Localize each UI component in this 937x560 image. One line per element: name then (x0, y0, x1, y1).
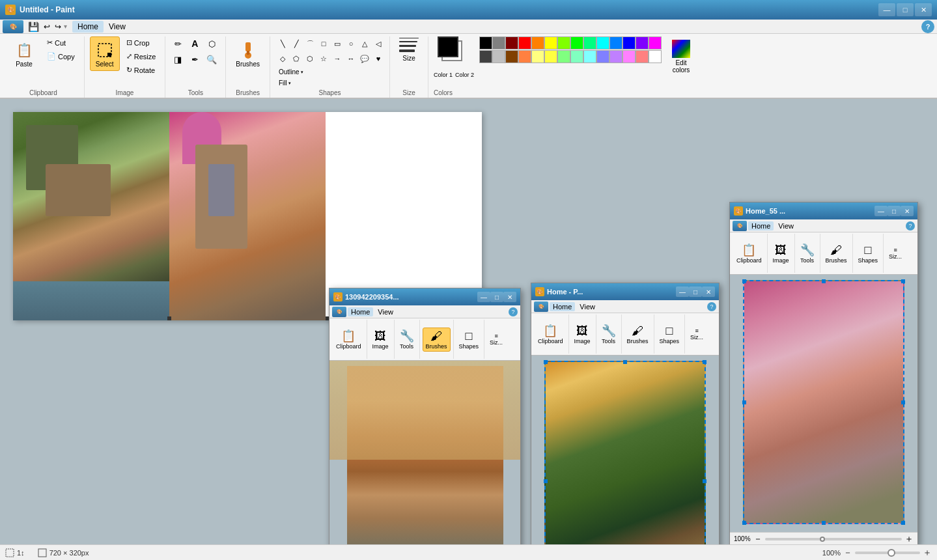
sel-handle-ml[interactable] (544, 479, 548, 483)
zoom-out-btn[interactable]: － (843, 547, 852, 559)
palette-color-6[interactable] (557, 36, 570, 49)
shape-callout[interactable]: 💬 (357, 51, 372, 66)
s3-handle-tr[interactable] (901, 279, 905, 283)
subwin3-paste-btn[interactable]: 📋 Clipboard (734, 242, 764, 265)
sel-handle-tr[interactable] (703, 360, 706, 364)
subwin2-image-btn[interactable]: 🖼 Image (572, 323, 593, 346)
subwin2-help[interactable]: ? (707, 302, 716, 311)
rotate-button[interactable]: ↻ Rotate (122, 64, 160, 76)
sel-handle-tm[interactable] (623, 360, 627, 364)
edit-colors-button[interactable]: Editcolors (666, 36, 696, 77)
s3-handle-bl[interactable] (742, 521, 746, 525)
subwin3-zoom-out[interactable]: － (753, 533, 762, 545)
shape-hex[interactable]: ⬡ (303, 51, 317, 66)
paint-menu-button[interactable]: 🎨 (3, 20, 23, 33)
palette-color-11[interactable] (622, 36, 636, 49)
color-pick-tool[interactable]: ✒ (188, 52, 202, 66)
sel-handle-tl[interactable] (544, 360, 548, 364)
subwin1-view-menu[interactable]: View (374, 307, 397, 316)
subwin1-shapes-btn[interactable]: □ Shapes (456, 328, 482, 351)
shape-line[interactable]: ╲ (275, 36, 290, 51)
quick-redo-icon[interactable]: ↪ (53, 21, 63, 32)
outline-button[interactable]: Outline ▾ (275, 67, 307, 77)
close-button[interactable]: ✕ (915, 3, 932, 16)
select-button[interactable]: Select (90, 36, 120, 71)
zoom-slider[interactable] (855, 552, 920, 554)
minimize-button[interactable]: — (878, 3, 895, 16)
palette-color-21[interactable] (570, 50, 583, 63)
zoom-in-btn[interactable]: ＋ (923, 547, 932, 559)
resize-button[interactable]: ⤢ Resize (122, 50, 160, 63)
subwin3-brushes-btn[interactable]: 🖌 Brushes (823, 242, 850, 265)
palette-color-7[interactable] (570, 36, 583, 49)
shape-rect[interactable]: □ (316, 36, 331, 51)
subwin3-view-menu[interactable]: View (775, 221, 797, 231)
subwin2-brushes-btn[interactable]: 🖌 Brushes (624, 323, 651, 346)
palette-color-22[interactable] (583, 50, 596, 63)
s3-handle-tl[interactable] (742, 279, 746, 283)
palette-color-18[interactable] (531, 50, 544, 63)
subwin1-home-menu[interactable]: Home (348, 307, 373, 316)
shape-heart[interactable]: ♥ (371, 51, 385, 66)
palette-color-20[interactable] (557, 50, 570, 63)
subwin3-close[interactable]: ✕ (901, 206, 914, 216)
text-tool[interactable]: A (188, 36, 202, 51)
subwin1-brushes-btn[interactable]: 🖌 Brushes (423, 328, 451, 352)
shape-triangle[interactable]: △ (357, 36, 372, 51)
subwin1-maximize[interactable]: □ (490, 292, 503, 302)
subwin1-image-btn[interactable]: 🖼 Image (370, 328, 391, 351)
fill-tool[interactable]: ⬡ (204, 36, 219, 51)
shape-arrow[interactable]: → (330, 51, 344, 66)
copy-button[interactable]: 📄 Copy (43, 50, 79, 63)
subwin2-view-menu[interactable]: View (576, 302, 598, 311)
subwin3-home-menu[interactable]: Home (748, 221, 774, 231)
subwin3-tools-btn[interactable]: 🔧 Tools (798, 242, 817, 265)
palette-color-23[interactable] (596, 50, 609, 63)
palette-color-14[interactable] (479, 50, 492, 63)
shape-arrow2[interactable]: ↔ (344, 51, 358, 66)
palette-color-25[interactable] (622, 50, 636, 63)
subwin1-size-btn[interactable]: ≡ Siz... (487, 331, 505, 347)
zoom-tool[interactable]: 🔍 (204, 52, 219, 66)
palette-color-1[interactable] (492, 36, 505, 49)
subwin3-zoom-track[interactable] (765, 538, 902, 540)
subwin2-tools-btn[interactable]: 🔧 Tools (599, 322, 619, 346)
brushes-button[interactable]: Brushes (231, 36, 264, 71)
help-button[interactable]: ? (921, 20, 934, 33)
cut-button[interactable]: ✂ Cut (43, 36, 79, 49)
palette-color-3[interactable] (518, 36, 531, 49)
shape-diamond[interactable]: ◇ (275, 51, 290, 66)
menu-home[interactable]: Home (72, 21, 104, 33)
subwin2-home-menu[interactable]: Home (550, 302, 575, 311)
paste-button[interactable]: 📋 Paste (8, 36, 40, 71)
palette-color-0[interactable] (479, 36, 492, 49)
zoom-thumb[interactable] (888, 549, 895, 557)
crop-button[interactable]: ⊡ Crop (122, 36, 160, 49)
subwin3-paint-btn[interactable]: 🎨 (733, 221, 747, 231)
subwin3-maximize[interactable]: □ (888, 206, 901, 216)
subwin1-close[interactable]: ✕ (503, 292, 516, 302)
s3-handle-mr[interactable] (901, 400, 905, 404)
eraser-tool[interactable]: ◨ (171, 52, 185, 66)
subwin2-size-btn[interactable]: ≡ Siz... (688, 326, 706, 342)
color1-swatch[interactable] (438, 36, 458, 57)
subwin3-help[interactable]: ? (906, 221, 915, 231)
shape-ellipse[interactable]: ○ (344, 36, 358, 51)
subwin1-help[interactable]: ? (509, 307, 518, 316)
s3-handle-tm[interactable] (822, 279, 826, 283)
shape-line2[interactable]: ╱ (289, 36, 303, 51)
subwin3-image-btn[interactable]: 🖼 Image (770, 242, 792, 265)
sel-handle-mr[interactable] (703, 479, 706, 483)
s3-handle-ml[interactable] (742, 400, 746, 404)
subwin1-paste-btn[interactable]: 📋 Clipboard (333, 328, 364, 351)
palette-color-17[interactable] (518, 50, 531, 63)
palette-color-15[interactable] (492, 50, 505, 63)
subwin2-close[interactable]: ✕ (702, 287, 715, 297)
subwin1-tools-btn[interactable]: 🔧 Tools (397, 328, 417, 351)
pencil-tool[interactable]: ✏ (171, 36, 185, 51)
palette-color-5[interactable] (544, 36, 557, 49)
subwin3-minimize[interactable]: — (874, 206, 888, 216)
quick-dropdown-icon[interactable]: ▾ (64, 23, 67, 30)
subwin3-shapes-btn[interactable]: □ Shapes (856, 242, 881, 265)
palette-color-10[interactable] (609, 36, 622, 49)
